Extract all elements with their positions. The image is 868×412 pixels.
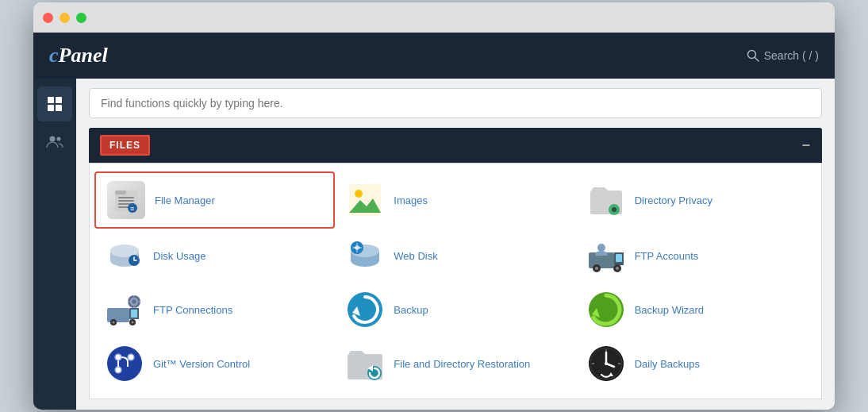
ftpaccounts-svg	[587, 237, 625, 275]
svg-rect-3	[56, 97, 62, 103]
svg-rect-4	[48, 105, 54, 111]
filemanager-svg: ≡	[113, 186, 139, 214]
ftpconnections-svg	[106, 291, 144, 329]
svg-point-20	[612, 207, 616, 212]
maximize-button[interactable]	[76, 13, 86, 23]
svg-point-57	[115, 354, 121, 360]
svg-rect-2	[48, 97, 54, 103]
dirprivacy-svg	[587, 181, 625, 219]
svg-point-59	[115, 367, 121, 373]
minimize-button[interactable]	[60, 13, 70, 23]
search-icon	[747, 49, 759, 62]
sidebar-item-grid[interactable]	[37, 87, 72, 121]
svg-rect-41	[131, 310, 137, 318]
svg-line-1	[755, 58, 759, 62]
ftp-accounts-icon	[587, 237, 625, 275]
svg-point-7	[57, 137, 61, 141]
ftp-accounts-label: FTP Accounts	[635, 250, 699, 262]
files-grid-container: ≡ File Manager	[89, 163, 822, 399]
diskusage-svg	[106, 237, 144, 275]
file-directory-restoration-icon	[346, 345, 384, 383]
search-label: Search ( / )	[764, 49, 819, 62]
backup-item[interactable]: Backup	[335, 283, 575, 337]
svg-rect-10	[118, 197, 134, 198]
images-item[interactable]: Images	[335, 171, 575, 229]
svg-point-71	[605, 362, 608, 365]
svg-point-36	[595, 267, 598, 270]
cpanel-logo: cPanel	[49, 44, 108, 67]
svg-point-43	[113, 322, 115, 324]
ftp-accounts-item[interactable]: FTP Accounts	[576, 229, 816, 283]
daily-backups-icon	[587, 345, 625, 383]
svg-point-17	[355, 190, 363, 198]
backupwizard-svg	[587, 291, 625, 329]
webdisk-svg	[346, 237, 384, 275]
web-disk-item[interactable]: Web Disk	[335, 229, 575, 283]
git-version-control-label: Git™ Version Control	[153, 358, 250, 370]
titlebar	[33, 2, 835, 33]
ftp-connections-item[interactable]: FTP Connections	[94, 283, 335, 337]
directory-privacy-label: Directory Privacy	[635, 194, 712, 206]
dailybackups-svg	[587, 345, 625, 383]
file-manager-label: File Manager	[155, 194, 215, 206]
section-collapse-button[interactable]: −	[801, 137, 811, 154]
images-label: Images	[394, 194, 428, 206]
sidebar	[33, 79, 76, 410]
app-window: cPanel Search ( / )	[33, 2, 835, 410]
grid-icon	[46, 95, 63, 113]
disk-usage-icon	[106, 237, 144, 275]
files-label: FILES	[100, 135, 150, 156]
close-button[interactable]	[43, 13, 53, 23]
svg-point-6	[50, 137, 56, 142]
files-grid: ≡ File Manager	[94, 171, 816, 391]
disk-usage-item[interactable]: Disk Usage	[94, 229, 335, 283]
svg-rect-11	[118, 200, 134, 202]
backup-wizard-icon	[587, 291, 625, 329]
filedir-svg	[346, 345, 384, 383]
svg-point-56	[107, 346, 142, 381]
file-directory-restoration-label: File and Directory Restoration	[394, 358, 530, 370]
backup-label: Backup	[394, 304, 428, 316]
svg-rect-13	[118, 206, 129, 208]
backup-wizard-item[interactable]: Backup Wizard	[576, 283, 816, 337]
git-icon	[106, 345, 144, 383]
svg-point-46	[128, 295, 140, 308]
search-button[interactable]: Search ( / )	[747, 49, 819, 62]
users-icon	[46, 133, 63, 151]
daily-backups-item[interactable]: Daily Backups	[576, 337, 816, 391]
images-svg	[346, 181, 384, 219]
svg-point-34	[597, 244, 605, 252]
backup-wizard-label: Backup Wizard	[635, 304, 704, 316]
backup-svg	[346, 291, 384, 329]
file-directory-restoration-item[interactable]: File and Directory Restoration	[335, 337, 575, 391]
svg-text:≡: ≡	[130, 205, 134, 213]
app-header: cPanel Search ( / )	[33, 33, 835, 79]
web-disk-label: Web Disk	[394, 250, 437, 262]
backup-icon	[346, 291, 384, 329]
sidebar-item-users[interactable]	[37, 125, 72, 160]
svg-point-58	[128, 354, 134, 360]
svg-rect-33	[616, 254, 622, 262]
file-manager-item[interactable]: ≡ File Manager	[94, 171, 335, 229]
main-content: FILES −	[76, 79, 835, 410]
file-manager-icon: ≡	[107, 181, 145, 219]
daily-backups-label: Daily Backups	[635, 358, 700, 370]
main-area: FILES −	[33, 79, 835, 410]
web-disk-icon	[346, 237, 384, 275]
app-body: cPanel Search ( / )	[33, 33, 835, 410]
svg-rect-9	[115, 191, 126, 194]
svg-point-38	[616, 267, 619, 270]
files-section-header: FILES −	[89, 128, 822, 163]
directory-privacy-icon	[587, 181, 625, 219]
git-svg	[106, 345, 144, 383]
svg-point-45	[132, 322, 134, 324]
git-version-control-item[interactable]: Git™ Version Control	[94, 337, 335, 391]
function-search-input[interactable]	[89, 88, 822, 118]
directory-privacy-item[interactable]: Directory Privacy	[576, 171, 816, 229]
svg-rect-39	[107, 308, 129, 322]
ftp-connections-icon	[106, 291, 144, 329]
ftp-connections-label: FTP Connections	[153, 304, 232, 316]
images-icon	[346, 181, 384, 219]
disk-usage-label: Disk Usage	[153, 250, 205, 262]
svg-rect-5	[56, 105, 62, 111]
